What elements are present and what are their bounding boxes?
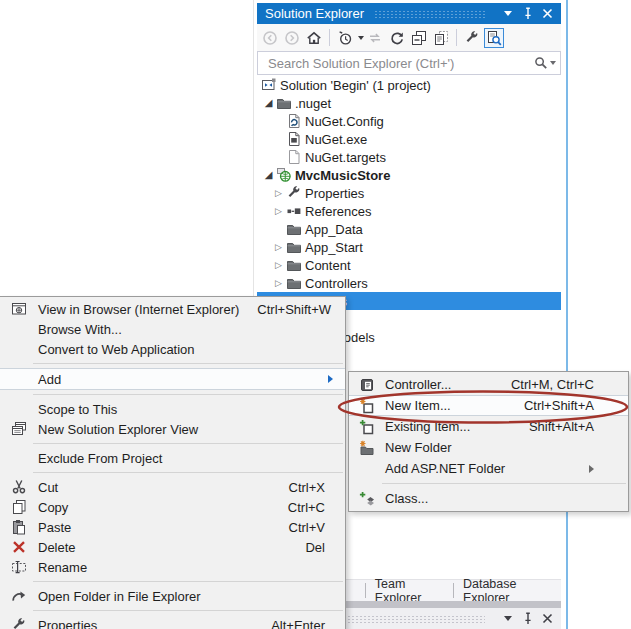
tree-item-app-start[interactable]: ▷App_Start bbox=[257, 238, 561, 256]
menu-item-shortcut: Ctrl+M, Ctrl+C bbox=[493, 377, 594, 392]
menu-item-new-folder[interactable]: New Folder bbox=[349, 437, 628, 458]
menu-item-controller[interactable]: Controller...Ctrl+M, Ctrl+C bbox=[349, 374, 628, 395]
preview-selected-items-button[interactable] bbox=[484, 28, 504, 48]
tree-item-app-data[interactable]: App_Data bbox=[257, 220, 561, 238]
back-button[interactable] bbox=[260, 28, 280, 48]
expander-closed-icon[interactable]: ▷ bbox=[272, 202, 285, 220]
lower-window-position-button[interactable] bbox=[500, 611, 515, 626]
search-box[interactable] bbox=[257, 51, 561, 75]
new-folder-icon bbox=[349, 440, 385, 456]
tree-item-controllers[interactable]: ▷Controllers bbox=[257, 274, 561, 292]
folder-icon bbox=[285, 275, 303, 291]
expander-closed-icon[interactable]: ▷ bbox=[272, 274, 285, 292]
window-edge-line bbox=[566, 0, 568, 629]
menu-item-label: Browse With... bbox=[38, 322, 333, 337]
expander-closed-icon[interactable]: ▷ bbox=[272, 184, 285, 202]
lower-close-button[interactable] bbox=[540, 611, 555, 626]
menu-item-shortcut: Ctrl+Shift+A bbox=[506, 398, 594, 413]
menu-item-view-in-browser-internet-explorer[interactable]: View in Browser (Internet Explorer)Ctrl+… bbox=[0, 299, 345, 319]
tree-item-nuget-targets[interactable]: NuGet.targets bbox=[257, 148, 561, 166]
menu-item-open-folder-in-file-explorer[interactable]: Open Folder in File Explorer bbox=[0, 586, 345, 606]
menu-item-cut[interactable]: CutCtrl+X bbox=[0, 477, 345, 497]
menu-item-label: Delete bbox=[38, 540, 287, 555]
menu-item-add-asp-net-folder[interactable]: Add ASP.NET Folder bbox=[349, 458, 628, 479]
expander-closed-icon[interactable]: ▷ bbox=[272, 256, 285, 274]
menu-item-add[interactable]: Add bbox=[0, 368, 345, 390]
menu-item-new-item[interactable]: New Item...Ctrl+Shift+A bbox=[349, 395, 628, 416]
menu-separator bbox=[33, 394, 343, 395]
menu-item-label: View in Browser (Internet Explorer) bbox=[38, 302, 239, 317]
auto-hide-pin-button[interactable] bbox=[520, 6, 535, 21]
tree-item-label: NuGet.Config bbox=[303, 114, 384, 129]
preview-icon bbox=[486, 30, 502, 46]
menu-item-label: Add ASP.NET Folder bbox=[385, 461, 585, 476]
collapse-all-button[interactable] bbox=[409, 28, 429, 48]
menu-separator bbox=[382, 483, 626, 484]
search-options-caret-icon[interactable] bbox=[550, 61, 556, 65]
menu-item-paste[interactable]: PasteCtrl+V bbox=[0, 517, 345, 537]
wrench-icon bbox=[285, 185, 303, 201]
pin-icon bbox=[522, 612, 534, 625]
tree-item-nuget[interactable]: ◢.nuget bbox=[257, 94, 561, 112]
new-view-icon bbox=[0, 421, 38, 437]
menu-item-label: Rename bbox=[38, 560, 333, 575]
menu-item-browse-with[interactable]: Browse With... bbox=[0, 319, 345, 339]
tree-item-nuget-config[interactable]: NuGet.Config bbox=[257, 112, 561, 130]
expander-closed-icon[interactable]: ▷ bbox=[272, 238, 285, 256]
add-submenu: Controller...Ctrl+M, Ctrl+CNew Item...Ct… bbox=[348, 371, 629, 512]
menu-item-convert-to-web-application[interactable]: Convert to Web Application bbox=[0, 339, 345, 359]
panel-title: Solution Explorer bbox=[265, 6, 364, 21]
tree-item-label: App_Data bbox=[303, 222, 363, 237]
menu-item-rename[interactable]: Rename bbox=[0, 557, 345, 577]
tree-item-label: App_Start bbox=[303, 240, 363, 255]
solution-explorer-titlebar[interactable]: Solution Explorer bbox=[257, 3, 561, 24]
sync-with-active-document-button[interactable] bbox=[365, 28, 385, 48]
refresh-button[interactable] bbox=[387, 28, 407, 48]
tree-item-references[interactable]: ▷References bbox=[257, 202, 561, 220]
window-position-button[interactable] bbox=[500, 6, 515, 21]
menu-item-exclude-from-project[interactable]: Exclude From Project bbox=[0, 448, 345, 468]
forward-button[interactable] bbox=[282, 28, 302, 48]
close-button[interactable] bbox=[540, 6, 555, 21]
tree-item-content[interactable]: ▷Content bbox=[257, 256, 561, 274]
menu-item-shortcut: Ctrl+C bbox=[270, 500, 325, 515]
lower-auto-hide-pin-button[interactable] bbox=[520, 611, 535, 626]
menu-item-label: Copy bbox=[38, 500, 270, 515]
expander-open-icon[interactable]: ◢ bbox=[262, 166, 275, 184]
tree-item-label: References bbox=[303, 204, 371, 219]
folder-icon bbox=[285, 221, 303, 237]
tab-database-explorer[interactable]: Database Explorer bbox=[454, 580, 561, 601]
menu-item-delete[interactable]: DeleteDel bbox=[0, 537, 345, 557]
menu-item-shortcut: Shift+Alt+A bbox=[511, 419, 594, 434]
pending-changes-filter-button[interactable] bbox=[335, 28, 355, 48]
menu-item-scope-to-this[interactable]: Scope to This bbox=[0, 399, 345, 419]
chevron-down-icon bbox=[504, 11, 512, 16]
tree-item-solution-begin-1-project[interactable]: Solution 'Begin' (1 project) bbox=[257, 76, 561, 94]
solution-explorer-toolbar bbox=[257, 24, 561, 51]
menu-item-label: New Item... bbox=[385, 398, 506, 413]
expander-open-icon[interactable]: ◢ bbox=[262, 94, 275, 112]
config-file-icon bbox=[285, 113, 303, 129]
menu-item-class[interactable]: Class... bbox=[349, 488, 628, 509]
tree-item-nuget-exe[interactable]: NuGet.exe bbox=[257, 130, 561, 148]
menu-item-label: Properties bbox=[38, 618, 253, 629]
home-button[interactable] bbox=[304, 28, 324, 48]
menu-item-properties[interactable]: PropertiesAlt+Enter bbox=[0, 615, 345, 629]
paste-icon bbox=[0, 519, 38, 535]
menu-separator bbox=[33, 363, 343, 364]
toolbar-separator bbox=[456, 29, 457, 46]
tab-team-explorer[interactable]: Team Explorer bbox=[366, 580, 453, 601]
rename-icon bbox=[0, 559, 38, 575]
menu-item-existing-item[interactable]: Existing Item...Shift+Alt+A bbox=[349, 416, 628, 437]
menu-item-new-solution-explorer-view[interactable]: New Solution Explorer View bbox=[0, 419, 345, 439]
menu-item-label: Scope to This bbox=[38, 402, 333, 417]
show-all-files-button[interactable] bbox=[431, 28, 451, 48]
menu-item-copy[interactable]: CopyCtrl+C bbox=[0, 497, 345, 517]
search-input[interactable] bbox=[266, 55, 534, 72]
tree-item-properties[interactable]: ▷Properties bbox=[257, 184, 561, 202]
dropdown-caret-icon[interactable] bbox=[358, 36, 364, 40]
tree-item-mvcmusicstore[interactable]: ◢MvcMusicStore bbox=[257, 166, 561, 184]
search-icon[interactable] bbox=[534, 56, 548, 70]
menu-item-shortcut: Del bbox=[287, 540, 325, 555]
properties-button[interactable] bbox=[462, 28, 482, 48]
